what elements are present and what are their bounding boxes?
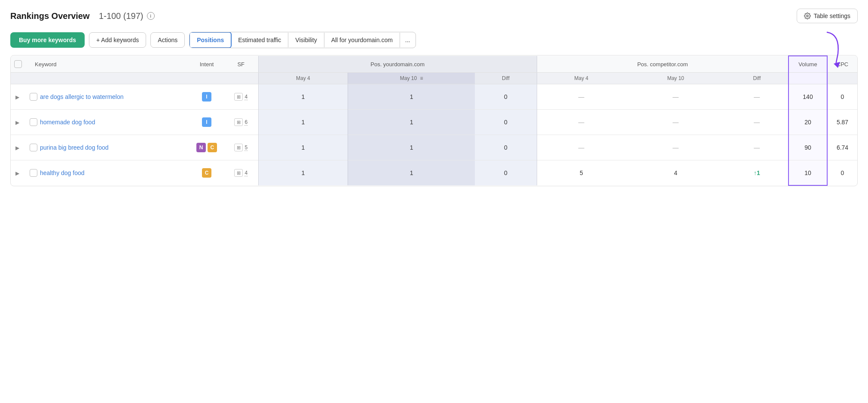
intent-column-header: Intent [189,56,224,73]
volume-cell: 10 [789,160,827,186]
expand-arrow[interactable]: ▶ [15,94,19,100]
expand-arrow[interactable]: ▶ [15,170,19,176]
cpc-cell: 0 [827,84,857,110]
cpc-subheader [827,73,857,84]
pos-yd-may4: 1 [258,135,348,160]
table-row: ▶ purina big breed dog food N C ⊞ 5 1 1 … [11,135,857,160]
add-keywords-button[interactable]: + Add keywords [89,32,146,48]
tab-visibility[interactable]: Visibility [288,33,324,47]
table-settings-button[interactable]: Table settings [797,9,858,23]
cpc-cell: 5.87 [827,110,857,135]
pos-yd-diff: 0 [475,84,537,110]
row-checkbox[interactable] [30,118,37,126]
table-row: ▶ healthy dog food C ⊞ 4 1 1 0 5 4 ↑1 10… [11,160,857,186]
toolbar: Buy more keywords + Add keywords Actions… [10,32,858,48]
pos-comp-diff: — [726,135,789,160]
sf-col: ⊞ 6 [224,110,258,135]
title-range: 1-100 (197) [99,11,143,21]
yourdomain-may4-header: May 4 [258,73,348,84]
sort-icon[interactable]: ≡ [420,75,423,81]
intent-cell: I [189,84,224,110]
pos-yd-may10: 1 [348,84,475,110]
keyword-link[interactable]: purina big breed dog food [40,144,109,151]
expand-arrow[interactable]: ▶ [15,145,19,151]
pos-comp-may10: — [626,110,726,135]
pos-yd-may4: 1 [258,110,348,135]
expand-cell: ▶ [11,160,26,186]
tab-more[interactable]: ... [400,33,416,47]
pos-yd-diff: 0 [475,135,537,160]
pos-comp-may10: — [626,135,726,160]
sf-col: ⊞ 4 [224,160,258,186]
info-icon[interactable]: i [147,12,155,20]
pos-yd-may10: 1 [348,135,475,160]
page-header: Rankings Overview 1-100 (197) i Table se… [10,9,858,23]
pos-comp-may4: — [537,135,626,160]
view-tabs: Positions Estimated traffic Visibility A… [189,32,416,48]
sf-cell: ⊞ 4 [234,93,248,101]
pos-yd-diff: 0 [475,110,537,135]
pos-yd-may10: 1 [348,110,475,135]
sf-col: ⊞ 5 [224,135,258,160]
cpc-column-header: CPC [827,56,857,73]
intent-cell: N C [189,135,224,160]
keyword-link[interactable]: homemade dog food [40,119,95,126]
keyword-link[interactable]: healthy dog food [40,169,85,176]
sf-image-icon: ⊞ [234,93,243,101]
yourdomain-diff-header: Diff [475,73,537,84]
pos-comp-may10: — [626,84,726,110]
expand-cell: ▶ [11,110,26,135]
pos-yd-may4: 1 [258,84,348,110]
volume-cell: 90 [789,135,827,160]
gear-icon [804,12,811,19]
tab-all-for-domain[interactable]: All for yourdomain.com [324,33,400,47]
page-title: Rankings Overview 1-100 (197) i [10,11,155,21]
keyword-column-header: Keyword [26,56,189,73]
intent-badge: I [202,117,211,127]
table-subheader-row: May 4 May 10 ≡ Diff May 4 May 10 [11,73,857,84]
intent-badge: N [196,143,206,152]
cpc-cell: 6.74 [827,135,857,160]
table-settings-label: Table settings [813,12,850,19]
table-row: ▶ homemade dog food I ⊞ 6 1 1 0 — — — 20… [11,110,857,135]
yourdomain-may10-header: May 10 ≡ [348,73,475,84]
expand-cell: ▶ [11,84,26,110]
tab-estimated-traffic[interactable]: Estimated traffic [231,33,288,47]
pos-comp-diff: — [726,84,789,110]
competitor-may10-header: May 10 [626,73,726,84]
pos-yd-may10: 1 [348,160,475,186]
keyword-cell: homemade dog food [26,110,189,135]
sf-number: 6 [245,119,248,126]
competitor-may4-header: May 4 [537,73,626,84]
sf-cell: ⊞ 5 [234,144,248,151]
select-all-checkbox[interactable] [14,60,22,68]
buy-keywords-button[interactable]: Buy more keywords [10,32,85,48]
pos-yourdomain-header: Pos. yourdomain.com [258,56,537,73]
sf-number: 4 [245,170,248,176]
sf-cell: ⊞ 6 [234,118,248,126]
expand-arrow[interactable]: ▶ [15,120,19,126]
row-checkbox[interactable] [30,93,37,101]
cpc-cell: 0 [827,160,857,186]
row-checkbox[interactable] [30,144,37,151]
intent-badge: C [208,143,217,152]
intent-cell: C [189,160,224,186]
actions-button[interactable]: Actions [150,32,185,48]
competitor-diff-header: Diff [726,73,789,84]
pos-comp-diff: — [726,110,789,135]
pos-yd-may4: 1 [258,160,348,186]
pos-yd-diff: 0 [475,160,537,186]
tab-positions[interactable]: Positions [189,32,232,48]
intent-badge: C [202,168,211,178]
pos-comp-may4: — [537,84,626,110]
sf-number: 4 [245,94,248,100]
table-row: ▶ are dogs allergic to watermelon I ⊞ 4 … [11,84,857,110]
keyword-cell: healthy dog food [26,160,189,186]
keyword-link[interactable]: are dogs allergic to watermelon [40,93,124,100]
expand-cell: ▶ [11,135,26,160]
pos-comp-diff: ↑1 [726,160,789,186]
volume-cell: 20 [789,110,827,135]
row-checkbox[interactable] [30,169,37,177]
sf-image-icon: ⊞ [234,118,243,126]
sf-col: ⊞ 4 [224,84,258,110]
